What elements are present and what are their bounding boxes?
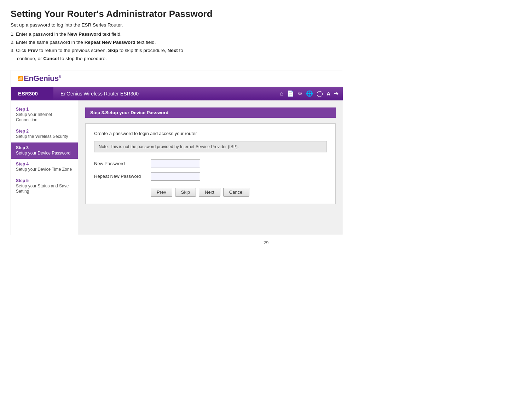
sidebar-step-2-label: Step 2 <box>16 129 73 134</box>
page-title: Setting Your Router's Administrator Pass… <box>11 8 308 19</box>
page-content: Setting Your Router's Administrator Pass… <box>0 0 318 70</box>
sidebar-step-3[interactable]: Step 3 Setup your Device Password <box>11 142 78 159</box>
new-password-label: New Password <box>94 161 151 166</box>
sidebar-step-3-desc: Setup your Device Password <box>16 151 73 156</box>
folder-icon[interactable]: 📄 <box>287 90 294 97</box>
content-area: Step 3.Setup your Device Password Create… <box>78 100 343 235</box>
sidebar-step-1-label: Step 1 <box>16 107 73 112</box>
home-icon[interactable]: ⌂ <box>280 91 283 97</box>
form-create-text: Create a password to login and access yo… <box>94 131 327 136</box>
next-button[interactable]: Next <box>199 188 220 197</box>
account-icon[interactable]: A <box>326 91 330 97</box>
repeat-password-label: Repeat New Password <box>94 174 151 179</box>
router-header-logo: 📶 EnGenius® <box>11 70 343 87</box>
sidebar-step-2-desc: Setup the Wireless Security <box>16 134 73 140</box>
logout-icon[interactable]: ➔ <box>334 90 339 97</box>
repeat-password-input[interactable] <box>151 172 200 181</box>
sidebar-step-4[interactable]: Step 4 Setup your Device Time Zone <box>11 159 78 175</box>
navbar-model-title: EnGenius Wireless Router ESR300 <box>53 87 276 100</box>
sidebar-step-1-desc: Setup your Internet Connection <box>16 112 73 123</box>
gear-icon[interactable]: ⚙ <box>297 90 302 97</box>
sidebar-step-3-label: Step 3 <box>16 145 73 150</box>
prev-button[interactable]: Prev <box>151 188 172 197</box>
sidebar-step-5-label: Step 5 <box>16 178 73 183</box>
skip-button[interactable]: Skip <box>175 188 196 197</box>
step-header: Step 3.Setup your Device Password <box>85 107 336 118</box>
new-password-input[interactable] <box>151 159 200 168</box>
navbar-brand: ESR300 <box>11 87 53 100</box>
router-main: Step 1 Setup your Internet Connection St… <box>11 100 343 235</box>
form-box: Create a password to login and access yo… <box>85 123 336 204</box>
router-ui: 📶 EnGenius® ESR300 EnGenius Wireless Rou… <box>11 70 343 235</box>
cancel-button[interactable]: Cancel <box>223 188 249 197</box>
page-instructions: 1. Enter a password in the New Password … <box>11 30 308 63</box>
logo-text: EnGenius® <box>24 74 61 83</box>
sidebar-step-4-desc: Setup your Device Time Zone <box>16 167 73 173</box>
form-note: Note: This is not the password provided … <box>94 141 327 152</box>
sidebar-step-2[interactable]: Step 2 Setup the Wireless Security <box>11 126 78 142</box>
sidebar-step-5-desc: Setup your Status and Save Setting <box>16 183 73 194</box>
sidebar-step-5[interactable]: Step 5 Setup your Status and Save Settin… <box>11 175 78 197</box>
page-number: 29 <box>0 240 532 249</box>
sidebar-step-4-label: Step 4 <box>16 162 73 167</box>
sidebar: Step 1 Setup your Internet Connection St… <box>11 100 78 235</box>
user-icon[interactable]: ◯ <box>317 90 323 97</box>
wifi-icon: 📶 <box>17 76 23 81</box>
page-subtitle: Set up a password to log into the ESR Se… <box>11 22 308 28</box>
navbar-icons: ⌂ 📄 ⚙ 🌐 ◯ A ➔ <box>276 87 343 100</box>
repeat-password-row: Repeat New Password <box>94 172 327 181</box>
new-password-row: New Password <box>94 159 327 168</box>
globe-icon[interactable]: 🌐 <box>306 90 313 97</box>
router-navbar: ESR300 EnGenius Wireless Router ESR300 ⌂… <box>11 87 343 100</box>
form-actions: Prev Skip Next Cancel <box>94 188 327 197</box>
sidebar-step-1[interactable]: Step 1 Setup your Internet Connection <box>11 104 78 126</box>
